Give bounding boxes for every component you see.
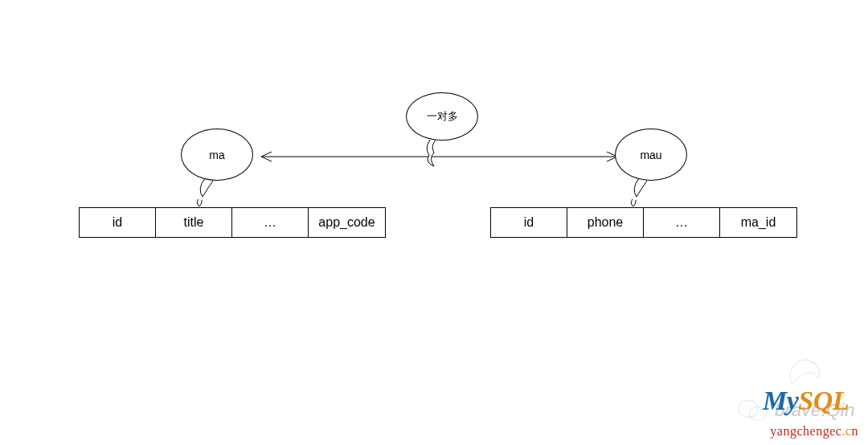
- col-header: id: [80, 208, 156, 237]
- mysql-sql: SQL: [798, 386, 849, 415]
- relationship-label: 一对多: [427, 109, 458, 124]
- col-header: …: [644, 208, 720, 237]
- mysql-logo-text: MySQL: [763, 386, 849, 416]
- watermark-url: yangchengec.cn: [770, 424, 858, 439]
- diagram-canvas: 一对多 ma mau id title … app_code id phone …: [0, 0, 868, 445]
- col-header: ma_id: [720, 208, 796, 237]
- table-ma: id title … app_code: [79, 207, 386, 238]
- col-header: id: [491, 208, 567, 237]
- col-header: phone: [567, 208, 644, 237]
- entity-left-name: ma: [209, 149, 224, 161]
- entity-bubble-right: mau: [615, 129, 687, 181]
- col-header: title: [156, 208, 232, 237]
- dolphin-icon: [784, 355, 825, 387]
- table-mau: id phone … ma_id: [490, 207, 797, 238]
- col-header: …: [232, 208, 309, 237]
- mysql-my: My: [763, 386, 798, 415]
- col-header: app_code: [309, 208, 385, 237]
- entity-right-name: mau: [640, 149, 661, 161]
- entity-bubble-left: ma: [181, 129, 253, 181]
- relationship-bubble: 一对多: [406, 92, 478, 141]
